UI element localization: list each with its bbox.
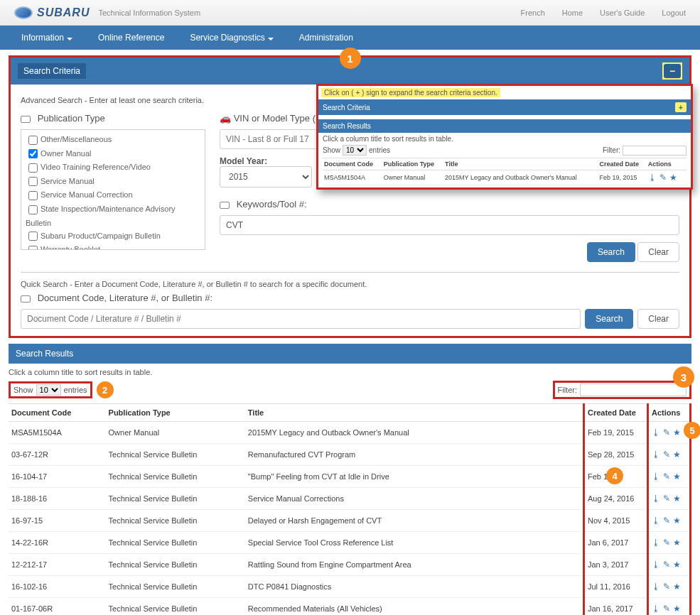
edit-icon[interactable]: ✎ xyxy=(663,604,670,614)
cell-doc-code: 16-104-17 xyxy=(9,466,106,488)
cell-actions: ⭳✎★5 xyxy=(648,422,691,444)
show-entries-select[interactable]: 10 xyxy=(36,384,61,396)
model-year-select[interactable]: 2015 xyxy=(220,166,312,187)
link-logout[interactable]: Logout xyxy=(662,9,686,17)
ov-table-row: MSA5M1504A Owner Manual 2015MY Legacy an… xyxy=(323,170,686,185)
nav-information[interactable]: Information xyxy=(9,33,85,43)
keywords-input[interactable] xyxy=(220,215,679,235)
download-icon[interactable]: ⭳ xyxy=(648,173,657,183)
ov-col-created[interactable]: Created Date xyxy=(598,158,647,170)
download-icon[interactable]: ⭳ xyxy=(652,450,660,459)
download-icon[interactable]: ⭳ xyxy=(652,472,660,481)
star-icon[interactable]: ★ xyxy=(673,604,681,614)
link-home[interactable]: Home xyxy=(562,9,583,17)
edit-icon[interactable]: ✎ xyxy=(663,538,670,548)
overlay-filter-input[interactable] xyxy=(623,146,686,156)
star-icon[interactable]: ★ xyxy=(673,516,681,526)
link-users-guide[interactable]: User's Guide xyxy=(600,9,645,17)
clear-button[interactable]: Clear xyxy=(637,242,679,262)
star-icon[interactable]: ★ xyxy=(673,450,681,459)
star-icon[interactable]: ★ xyxy=(673,428,681,437)
cell-pub-type: Technical Service Bulletin xyxy=(106,532,245,554)
callout-badge-5: 5 xyxy=(684,422,700,439)
quick-search-input[interactable] xyxy=(21,309,581,329)
table-row: 16-102-16Technical Service BulletinDTC P… xyxy=(9,576,691,598)
edit-icon[interactable]: ✎ xyxy=(663,582,670,592)
edit-icon[interactable]: ✎ xyxy=(663,472,670,481)
cell-pub-type: Owner Manual xyxy=(106,422,245,444)
col-doc-code[interactable]: Document Code xyxy=(9,404,106,422)
nav-online-reference[interactable]: Online Reference xyxy=(85,33,177,43)
pub-type-item[interactable]: Owner Manual xyxy=(26,147,200,161)
ov-col-title[interactable]: Title xyxy=(443,158,598,170)
col-pub-type[interactable]: Publication Type xyxy=(106,404,245,422)
link-french[interactable]: French xyxy=(521,9,545,17)
download-icon[interactable]: ⭳ xyxy=(652,560,660,570)
overlay-show-select[interactable]: 10 xyxy=(343,145,367,156)
pub-type-checkbox[interactable] xyxy=(28,136,38,145)
pub-type-checkbox[interactable] xyxy=(28,163,38,173)
cell-pub-type: Technical Service Bulletin xyxy=(106,554,245,576)
quick-search-hint: Quick Search - Enter a Document Code, Li… xyxy=(21,280,679,288)
quick-search-button[interactable]: Search xyxy=(585,309,633,329)
collapse-button[interactable]: − xyxy=(664,64,681,78)
collapse-highlight: − xyxy=(662,62,682,80)
edit-icon[interactable]: ✎ xyxy=(663,450,670,459)
ov-col-actions[interactable]: Actions xyxy=(647,158,686,170)
nav-administration[interactable]: Administration xyxy=(286,33,366,43)
pub-type-item[interactable]: Service Manual Correction xyxy=(26,188,200,202)
download-icon[interactable]: ⭳ xyxy=(652,538,660,548)
show-entries-group: Show 10 entries xyxy=(9,381,92,398)
list-icon xyxy=(21,116,31,123)
pub-type-checkbox[interactable] xyxy=(28,149,38,158)
edit-icon[interactable]: ✎ xyxy=(663,516,670,526)
col-created-date[interactable]: Created Date xyxy=(584,404,648,422)
quick-clear-button[interactable]: Clear xyxy=(637,309,679,329)
ov-col-pub-type[interactable]: Publication Type xyxy=(382,158,443,170)
download-icon[interactable]: ⭳ xyxy=(652,494,660,504)
search-button[interactable]: Search xyxy=(587,242,635,262)
pub-type-item[interactable]: Video Training Reference/Video xyxy=(26,160,200,175)
pub-type-item[interactable]: State Inspection/Maintenance Advisory Bu… xyxy=(26,202,200,229)
ov-cell-code: MSA5M1504A xyxy=(323,170,382,185)
cell-actions: ⭳✎★ xyxy=(648,554,691,576)
edit-icon[interactable]: ✎ xyxy=(663,428,670,437)
pub-type-checkbox[interactable] xyxy=(28,246,38,250)
filter-input[interactable] xyxy=(580,383,686,396)
cell-actions: ⭳✎★ xyxy=(648,488,691,510)
publication-type-list[interactable]: Other/MiscellaneousOwner ManualVideo Tra… xyxy=(21,129,205,250)
ov-cell-title: 2015MY Legacy and Outback Owner's Manual xyxy=(443,170,598,185)
edit-icon[interactable]: ✎ xyxy=(663,494,670,504)
pub-type-item[interactable]: Subaru Product/Campaign Bulletin xyxy=(26,229,200,244)
edit-icon[interactable]: ✎ xyxy=(659,173,667,183)
ov-col-doc-code[interactable]: Document Code xyxy=(323,158,382,170)
nav-service-diagnostics[interactable]: Service Diagnostics xyxy=(177,33,286,43)
edit-icon[interactable]: ✎ xyxy=(663,560,670,570)
col-title[interactable]: Title xyxy=(245,404,584,422)
expand-button[interactable]: + xyxy=(675,102,686,112)
download-icon[interactable]: ⭳ xyxy=(652,582,660,592)
top-bar: SUBARU Technical Information System Fren… xyxy=(0,0,700,26)
star-icon[interactable]: ★ xyxy=(669,173,677,183)
cell-created-date: Jan 6, 2017 xyxy=(584,532,648,554)
filter-group: Filter: xyxy=(553,381,692,399)
keywords-heading: Keywords/Tool #: xyxy=(220,199,679,209)
cell-title: Rattling Sound from Engine Compartment A… xyxy=(245,554,584,576)
pub-type-checkbox[interactable] xyxy=(28,205,38,214)
star-icon[interactable]: ★ xyxy=(673,560,681,570)
pub-type-item[interactable]: Other/Miscellaneous xyxy=(26,133,200,147)
star-icon[interactable]: ★ xyxy=(673,582,681,592)
pub-type-checkbox[interactable] xyxy=(28,232,38,241)
star-icon[interactable]: ★ xyxy=(673,494,681,504)
download-icon[interactable]: ⭳ xyxy=(652,516,660,526)
col-actions[interactable]: Actions xyxy=(648,404,691,422)
download-icon[interactable]: ⭳ xyxy=(652,604,660,614)
star-icon[interactable]: ★ xyxy=(673,538,681,548)
pub-type-checkbox[interactable] xyxy=(28,191,38,200)
pub-type-item[interactable]: Service Manual xyxy=(26,175,200,189)
pub-type-item[interactable]: Warranty Booklet xyxy=(26,243,200,250)
overlay-hint: Click on ( + ) sign to expand the search… xyxy=(321,88,500,97)
star-icon[interactable]: ★ xyxy=(673,472,681,481)
download-icon[interactable]: ⭳ xyxy=(652,428,660,437)
pub-type-checkbox[interactable] xyxy=(28,177,38,186)
